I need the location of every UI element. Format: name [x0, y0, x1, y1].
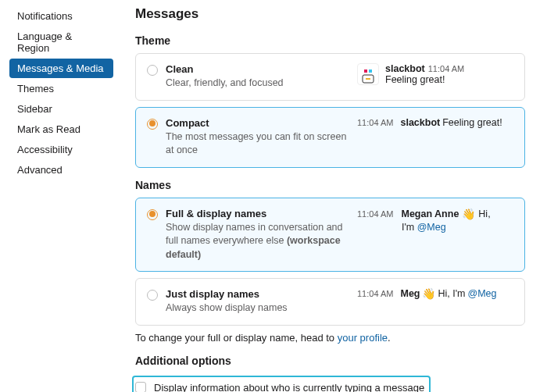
checkbox-icon[interactable]: [135, 382, 146, 392]
preview-text: Feeling great!: [385, 74, 464, 85]
theme-option-clean[interactable]: Clean Clear, friendly, and focused slack…: [135, 53, 525, 101]
svg-rect-3: [366, 78, 370, 80]
sidebar-item-sidebar[interactable]: Sidebar: [9, 99, 113, 119]
radio-icon[interactable]: [147, 119, 158, 130]
preview-time: 11:04 AM: [357, 289, 393, 298]
names-just-label: Just display names: [166, 288, 349, 300]
highlight-box: Display information about who is current…: [132, 376, 431, 393]
names-section-title: Names: [135, 179, 525, 191]
slackbot-avatar: [357, 63, 379, 85]
sidebar-item-mark-as-read[interactable]: Mark as Read: [9, 119, 113, 139]
theme-compact-preview: 11:04 AM slackbot Feeling great!: [349, 117, 513, 128]
wave-icon: 👋: [422, 288, 435, 299]
theme-section-title: Theme: [135, 34, 525, 47]
page-title: Messages: [135, 6, 525, 22]
option-typing-info[interactable]: Display information about who is current…: [135, 379, 424, 393]
preview-time: 11:04 AM: [357, 118, 393, 127]
theme-clean-desc: Clear, friendly, and focused: [166, 77, 349, 91]
theme-compact-desc: The most messages you can fit on screen …: [166, 130, 349, 158]
names-just-preview: 11:04 AM Meg 👋 Hi, I'm @Meg: [349, 288, 513, 299]
names-full-preview: 11:04 AM Megan Anne 👋 Hi, I'm @Meg: [349, 208, 513, 235]
preview-text: Feeling great!: [442, 117, 502, 128]
sidebar-item-notifications[interactable]: Notifications: [9, 6, 113, 26]
sidebar-item-language[interactable]: Language & Region: [9, 27, 113, 58]
preview-time: 11:04 AM: [357, 208, 393, 220]
additional-section-title: Additional options: [135, 355, 525, 367]
theme-clean-preview: slackbot11:04 AM Feeling great!: [349, 63, 513, 85]
svg-rect-1: [364, 69, 367, 73]
svg-rect-2: [369, 69, 372, 73]
sidebar-item-advanced[interactable]: Advanced: [9, 160, 113, 180]
names-full-label: Full & display names: [166, 208, 349, 219]
theme-compact-label: Compact: [166, 117, 349, 129]
radio-icon[interactable]: [147, 209, 158, 220]
preview-handle: @Meg: [468, 288, 497, 299]
sidebar: Notifications Language & Region Messages…: [0, 0, 113, 392]
names-option-full[interactable]: Full & display names Show display names …: [135, 198, 525, 273]
preview-name: Meg: [400, 288, 420, 299]
radio-icon[interactable]: [147, 65, 158, 76]
names-just-desc: Always show display names: [166, 301, 349, 315]
preview-name: slackbot: [385, 63, 425, 74]
sidebar-item-accessibility[interactable]: Accessibility: [9, 140, 113, 159]
theme-option-compact[interactable]: Compact The most messages you can fit on…: [135, 107, 525, 168]
names-option-just[interactable]: Just display names Always show display n…: [135, 278, 525, 326]
preview-time: 11:04 AM: [428, 64, 464, 73]
radio-icon[interactable]: [147, 290, 158, 301]
sidebar-item-themes[interactable]: Themes: [9, 79, 113, 98]
preview-name: slackbot: [400, 117, 440, 128]
preview-text: Hi, I'm: [438, 288, 465, 299]
preview-name: Megan Anne: [401, 208, 459, 222]
sidebar-item-messages-media[interactable]: Messages & Media: [9, 59, 113, 78]
option-typing-label: Display information about who is current…: [154, 382, 424, 393]
main-content: Messages Theme Clean Clear, friendly, an…: [113, 0, 547, 392]
theme-clean-label: Clean: [166, 63, 349, 75]
wave-icon: 👋: [462, 208, 475, 219]
profile-link[interactable]: your profile: [338, 332, 388, 344]
preview-handle: @Meg: [417, 222, 446, 233]
names-full-desc: Show display names in conversation and f…: [166, 221, 349, 262]
footer-note: To change your full or display name, hea…: [135, 332, 525, 344]
